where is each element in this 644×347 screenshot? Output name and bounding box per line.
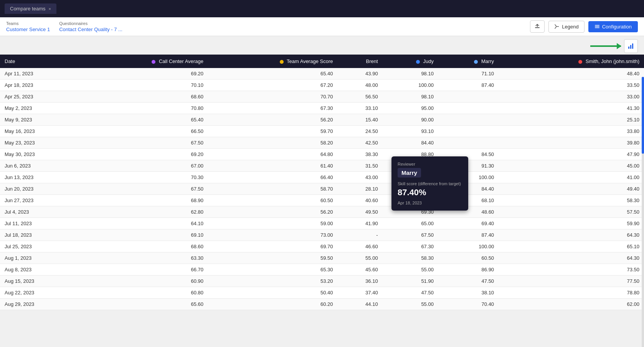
- legend-icon: [554, 24, 560, 29]
- table-cell: 43.90: [337, 68, 382, 80]
- table-cell: 60.80: [82, 287, 208, 299]
- col-smith-john: Smith, John (john.smith): [499, 55, 644, 68]
- table-cell: 67.20: [208, 80, 337, 91]
- table-body: Apr 11, 202369.2065.4043.9098.1071.1048.…: [0, 68, 644, 310]
- table-cell: 73.00: [208, 229, 337, 241]
- col-brent: Brent: [337, 55, 382, 68]
- table-cell: 50.40: [208, 287, 337, 299]
- dot-smith-john: [578, 60, 582, 64]
- table-cell: Apr 25, 2023: [0, 91, 82, 103]
- tab-compare-teams[interactable]: Compare teams ×: [5, 3, 56, 14]
- teams-filter-label: Teams: [6, 21, 50, 26]
- configuration-button[interactable]: Configuration: [588, 21, 638, 32]
- table-cell: May 16, 2023: [0, 126, 82, 137]
- table-cell: 57.50: [499, 206, 644, 218]
- table-cell: 33.80: [499, 126, 644, 137]
- col-judy: Judy: [383, 55, 438, 68]
- table-cell: 58.20: [208, 137, 337, 149]
- table-cell: 49.50: [337, 206, 382, 218]
- table-cell: 60.50: [438, 252, 499, 264]
- table-cell: 95.00: [383, 103, 438, 114]
- svg-rect-3: [595, 25, 599, 26]
- table-cell: 71.10: [438, 68, 499, 80]
- table-cell: 48.00: [337, 80, 382, 91]
- table-cell: 53.20: [208, 276, 337, 287]
- table-cell: Aug 29, 2023: [0, 299, 82, 310]
- table-cell: 37.40: [337, 287, 382, 299]
- table-cell: 70.40: [438, 299, 499, 310]
- table-row: May 9, 202365.4056.2015.4090.0025.10: [0, 114, 644, 126]
- table-cell: 69.10: [82, 229, 208, 241]
- table-cell: 84.40: [383, 137, 438, 149]
- table-cell: 66.40: [208, 172, 337, 183]
- table-cell: Jul 11, 2023: [0, 218, 82, 229]
- close-icon[interactable]: ×: [48, 7, 51, 11]
- table-cell: 56.20: [208, 206, 337, 218]
- table-cell: 66.50: [82, 126, 208, 137]
- table-cell: 70.30: [82, 172, 208, 183]
- scroll-indicator[interactable]: [642, 77, 644, 310]
- table-cell: 49.40: [499, 183, 644, 195]
- questionnaires-filter-label: Questionnaires: [59, 21, 122, 26]
- table-cell: 47.50: [438, 276, 499, 287]
- table-cell: 68.90: [82, 195, 208, 206]
- filter-bar: Teams Customer Service 1 Questionnaires …: [0, 17, 644, 36]
- table-cell: 67.30: [208, 103, 337, 114]
- table-cell: May 9, 2023: [0, 114, 82, 126]
- export-button[interactable]: [530, 20, 545, 33]
- green-arrow: [590, 39, 638, 53]
- table-cell: Aug 1, 2023: [0, 252, 82, 264]
- table-cell: 45.60: [337, 264, 382, 276]
- tooltip-skill-value: 87.40%: [398, 188, 462, 198]
- table-cell: May 30, 2023: [0, 149, 82, 160]
- table-cell: 41.00: [499, 172, 644, 183]
- table-cell: 51.90: [383, 276, 438, 287]
- table-cell: 69.70: [208, 241, 337, 252]
- svg-rect-0: [535, 27, 540, 28]
- teams-filter-value[interactable]: Customer Service 1: [6, 27, 50, 32]
- col-date: Date: [0, 55, 82, 68]
- table-cell: [438, 137, 499, 149]
- tooltip-date: Apr 18, 2023: [398, 201, 462, 205]
- table-row: May 23, 202367.5058.2042.5084.4039.80: [0, 137, 644, 149]
- table-cell: 48.40: [499, 68, 644, 80]
- table-cell: 47.90: [499, 149, 644, 160]
- table-cell: 77.50: [499, 276, 644, 287]
- table-cell: 62.80: [82, 206, 208, 218]
- table-cell: 65.30: [208, 264, 337, 276]
- table-cell: 41.30: [499, 103, 644, 114]
- table-cell: Jun 20, 2023: [0, 183, 82, 195]
- table-row: Jun 13, 202370.3066.4043.0081.80100.0041…: [0, 172, 644, 183]
- table-cell: 45.00: [499, 160, 644, 172]
- table-cell: 90.00: [383, 114, 438, 126]
- svg-rect-6: [628, 46, 629, 49]
- chart-icon-button[interactable]: [624, 39, 638, 53]
- table-cell: -: [337, 229, 382, 241]
- table-cell: 40.60: [337, 195, 382, 206]
- table-cell: 42.50: [337, 137, 382, 149]
- tooltip: Reviewer Marry Skill score (difference f…: [391, 156, 468, 211]
- table-cell: 66.70: [82, 264, 208, 276]
- bar-chart-icon: [627, 43, 634, 50]
- table-cell: Aug 15, 2023: [0, 276, 82, 287]
- table-cell: 67.00: [82, 160, 208, 172]
- table-row: May 16, 202366.5059.7024.5093.1033.80: [0, 126, 644, 137]
- svg-rect-7: [630, 45, 631, 49]
- legend-button[interactable]: Legend: [548, 21, 584, 33]
- table-cell: Jul 18, 2023: [0, 229, 82, 241]
- table-cell: Jul 25, 2023: [0, 241, 82, 252]
- table-cell: 58.30: [499, 195, 644, 206]
- arrow-line: [590, 45, 621, 47]
- table-cell: 59.00: [208, 218, 337, 229]
- tooltip-reviewer-name: Marry: [398, 168, 421, 178]
- config-icon: [594, 24, 600, 29]
- table-row: Jul 18, 202369.1073.00-67.5087.4064.30: [0, 229, 644, 241]
- table-cell: 67.50: [82, 137, 208, 149]
- top-bar: Compare teams ×: [0, 0, 644, 17]
- table-cell: May 23, 2023: [0, 137, 82, 149]
- filter-right: Legend Configuration: [530, 20, 638, 33]
- questionnaires-filter-value[interactable]: Contact Center Quality - 7 ...: [59, 27, 122, 32]
- table-row: Jun 27, 202368.9060.5040.6075.0068.1058.…: [0, 195, 644, 206]
- scroll-thumb: [642, 77, 644, 154]
- table-cell: Jun 13, 2023: [0, 172, 82, 183]
